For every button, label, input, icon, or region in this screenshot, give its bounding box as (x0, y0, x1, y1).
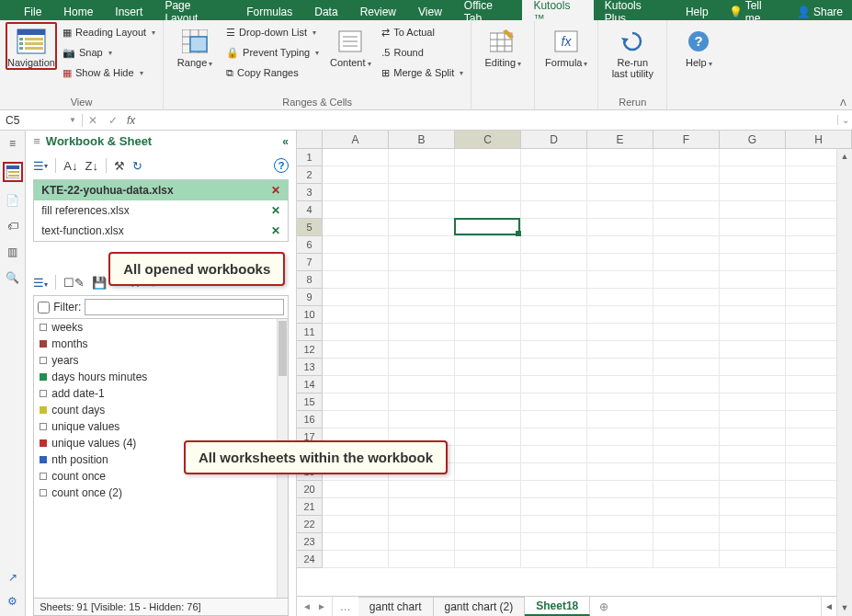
editing-button[interactable]: Editing (477, 22, 528, 72)
cell[interactable] (521, 359, 587, 376)
row-header[interactable]: 10 (297, 306, 323, 324)
row-header[interactable]: 3 (297, 184, 323, 201)
cell[interactable] (389, 306, 455, 324)
cell[interactable] (653, 498, 720, 516)
cell[interactable] (455, 166, 521, 184)
cell[interactable] (455, 219, 521, 236)
cell[interactable] (653, 376, 720, 394)
cell[interactable] (323, 219, 389, 236)
cell[interactable] (521, 236, 587, 254)
cell[interactable] (587, 394, 653, 411)
rail-settings-icon[interactable]: ⚙ (5, 594, 21, 609)
add-sheet-button[interactable]: ⊕ (590, 597, 618, 616)
cell[interactable] (720, 481, 786, 498)
tell-me-tab[interactable]: 💡Tell me (720, 0, 788, 20)
cell[interactable] (653, 166, 720, 184)
cell[interactable] (521, 166, 587, 184)
cell[interactable] (521, 463, 587, 481)
cell[interactable] (521, 149, 587, 166)
vertical-scrollbar[interactable]: ▲ ▼ (836, 149, 852, 616)
cell[interactable] (521, 324, 587, 341)
cell[interactable] (455, 446, 521, 463)
cell[interactable] (720, 551, 786, 568)
cell[interactable] (521, 533, 587, 551)
cell[interactable] (720, 184, 786, 201)
formula-button[interactable]: fx Formula (540, 22, 592, 72)
cell[interactable] (521, 481, 587, 498)
sort-asc-button[interactable]: A↓ (63, 159, 77, 173)
cell[interactable] (587, 324, 653, 341)
cell[interactable] (455, 551, 521, 568)
cell[interactable] (720, 359, 786, 376)
column-header[interactable]: E (587, 131, 653, 148)
cell[interactable] (455, 324, 521, 341)
cell[interactable] (455, 394, 521, 411)
nav-burger-icon[interactable]: ≡ (33, 134, 40, 148)
cell[interactable] (521, 516, 587, 533)
cell[interactable] (389, 149, 455, 166)
sheet-tab[interactable]: Sheet18 (525, 597, 590, 616)
workbook-item[interactable]: KTE-22-youhua-data.xlsx✕ (34, 180, 288, 200)
workbook-item[interactable]: text-function.xlsx✕ (34, 221, 288, 241)
menu-tab-page-layout[interactable]: Page Layout (153, 0, 235, 20)
cell[interactable] (587, 306, 653, 324)
cell[interactable] (389, 166, 455, 184)
cell[interactable] (323, 533, 389, 551)
cell[interactable] (323, 236, 389, 254)
snap-button[interactable]: 📷Snap (61, 42, 157, 63)
cell[interactable] (323, 166, 389, 184)
row-header[interactable]: 2 (297, 166, 323, 184)
cell[interactable] (455, 533, 521, 551)
cell[interactable] (653, 219, 720, 236)
column-header[interactable]: G (720, 131, 786, 148)
row-header[interactable]: 13 (297, 359, 323, 376)
cell[interactable] (389, 341, 455, 359)
cell[interactable] (323, 306, 389, 324)
cell[interactable] (653, 271, 720, 289)
worksheet-item[interactable]: add date-1 (34, 385, 277, 402)
cell[interactable] (720, 533, 786, 551)
scroll-up-button[interactable]: ▲ (837, 149, 852, 165)
row-header[interactable]: 20 (297, 481, 323, 498)
cell[interactable] (587, 428, 653, 446)
cell[interactable] (653, 254, 720, 271)
cell[interactable] (653, 446, 720, 463)
cell[interactable] (389, 394, 455, 411)
column-header[interactable]: H (786, 131, 852, 148)
cell[interactable] (389, 289, 455, 306)
cell[interactable] (389, 324, 455, 341)
cell[interactable] (653, 481, 720, 498)
cell[interactable] (521, 376, 587, 394)
worksheet-item[interactable]: months (34, 336, 277, 352)
close-icon[interactable]: ✕ (271, 224, 280, 237)
cell[interactable] (323, 481, 389, 498)
show-hide-button[interactable]: ▦Show & Hide (61, 63, 157, 83)
cell[interactable] (455, 236, 521, 254)
cell[interactable] (455, 428, 521, 446)
sheet-tab[interactable]: gantt chart (2) (434, 597, 526, 616)
prevent-typing-button[interactable]: 🔒Prevent Typing (224, 42, 321, 63)
cell[interactable] (720, 428, 786, 446)
cell[interactable] (653, 359, 720, 376)
cell[interactable] (455, 498, 521, 516)
cell[interactable] (389, 551, 455, 568)
cell[interactable] (389, 516, 455, 533)
cell[interactable] (389, 498, 455, 516)
cancel-formula-button[interactable]: ✕ (83, 114, 103, 127)
tools-button[interactable]: ⚒ (114, 159, 125, 173)
cell[interactable] (455, 254, 521, 271)
cell[interactable] (587, 166, 653, 184)
cell[interactable] (323, 394, 389, 411)
filter-input[interactable] (85, 299, 284, 315)
cell[interactable] (587, 219, 653, 236)
cell[interactable] (587, 481, 653, 498)
cell[interactable] (720, 166, 786, 184)
cell[interactable] (389, 219, 455, 236)
cell[interactable] (521, 306, 587, 324)
cell[interactable] (455, 306, 521, 324)
cell[interactable] (720, 201, 786, 219)
sheet-overflow-dots[interactable]: … (333, 597, 358, 616)
cell[interactable] (455, 481, 521, 498)
fx-label[interactable]: fx (123, 114, 139, 127)
cell[interactable] (587, 376, 653, 394)
